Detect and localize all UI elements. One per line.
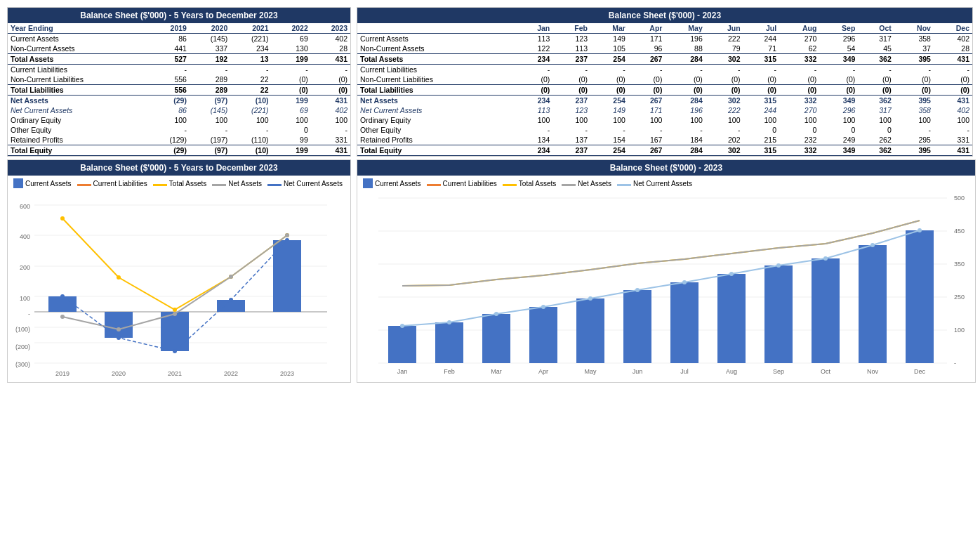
row-value: 99 xyxy=(272,135,311,145)
svg-text:250: 250 xyxy=(954,294,965,301)
right-row-value: 0 xyxy=(819,125,858,135)
right-row-value: - xyxy=(858,65,894,75)
bar-2020 xyxy=(105,312,133,338)
right-row-value: 171 xyxy=(628,105,666,115)
row-label: Total Equity xyxy=(8,145,149,156)
right-row-value: (0) xyxy=(934,85,972,96)
r-nca-line xyxy=(402,230,920,326)
right-row-value: 234 xyxy=(516,145,553,156)
row-value: 556 xyxy=(149,85,190,96)
right-col-header: Feb xyxy=(552,23,590,34)
right-row-value: (0) xyxy=(743,85,779,96)
right-row-value: 88 xyxy=(665,44,705,54)
legend-total-assets-icon xyxy=(153,184,167,186)
row-value: 289 xyxy=(190,74,230,85)
right-row-value: 262 xyxy=(858,135,894,145)
right-col-header: Mar xyxy=(590,23,628,34)
row-label: Current Liabilities xyxy=(8,65,149,75)
x-label-2021: 2021 xyxy=(168,370,182,377)
left-chart-legend: Current Assets Current Liabilities Total… xyxy=(8,176,350,191)
right-row-value: 100 xyxy=(934,115,972,125)
right-row-value: 296 xyxy=(819,105,858,115)
svg-text:(200): (200) xyxy=(15,343,30,350)
col-label: Year Ending xyxy=(8,23,149,34)
row-value: - xyxy=(149,125,190,135)
right-col-header: Jan xyxy=(516,23,553,34)
right-row-value: 267 xyxy=(628,145,666,156)
r-legend-nca-label: Net Current Assets xyxy=(633,180,692,188)
row-value: 69 xyxy=(272,34,311,44)
right-row-value: 79 xyxy=(706,44,743,54)
r-legend-na: Net Assets xyxy=(562,178,611,188)
svg-point-37 xyxy=(776,263,781,268)
row-value: 22 xyxy=(230,74,271,85)
r-bar-jun xyxy=(623,290,651,363)
right-row-label: Current Assets xyxy=(357,34,516,44)
r-bar-dec xyxy=(906,230,934,363)
right-row-value: 358 xyxy=(894,105,934,115)
bottom-row: Balance Sheet ($'000) - 5 Years to Decem… xyxy=(7,159,973,383)
row-value: 556 xyxy=(149,74,190,85)
right-row-value: 237 xyxy=(552,54,590,65)
right-row-value: (0) xyxy=(516,85,553,96)
right-row-value: 395 xyxy=(894,54,934,65)
right-row-value: - xyxy=(894,125,934,135)
legend-net-assets: Net Assets xyxy=(212,178,262,188)
row-value: 192 xyxy=(190,54,230,65)
right-row-label: Ordinary Equity xyxy=(357,115,516,125)
r-legend-na-icon xyxy=(562,184,576,186)
row-value: - xyxy=(272,65,311,75)
legend-current-assets-icon xyxy=(13,178,23,188)
right-row-value: - xyxy=(706,125,743,135)
r-bar-feb xyxy=(435,322,463,363)
row-value: (221) xyxy=(230,34,271,44)
right-row-value: 0 xyxy=(743,125,779,135)
right-row-value: 202 xyxy=(706,135,743,145)
right-row-value: 358 xyxy=(894,34,934,44)
right-row-value: 284 xyxy=(665,96,705,106)
bar-2021 xyxy=(161,312,189,351)
right-row-value: 100 xyxy=(590,115,628,125)
svg-point-36 xyxy=(729,272,734,276)
right-row-label: Total Equity xyxy=(357,145,516,156)
svg-text:500: 500 xyxy=(954,195,965,202)
right-row-value: (0) xyxy=(516,74,553,85)
legend-current-assets: Current Assets xyxy=(13,178,72,188)
right-row-value: 244 xyxy=(743,34,779,44)
row-value: (29) xyxy=(149,145,190,156)
right-row-value: 395 xyxy=(894,145,934,156)
right-row-value: 149 xyxy=(590,34,628,44)
right-row-label: Retained Profits xyxy=(357,135,516,145)
col-2021: 2021 xyxy=(230,23,271,34)
right-row-value: 349 xyxy=(819,96,858,106)
r-legend-ca-label: Current Assets xyxy=(375,180,421,188)
right-row-value: 254 xyxy=(590,54,628,65)
right-row-value: - xyxy=(590,65,628,75)
svg-text:Aug: Aug xyxy=(726,368,737,375)
right-col-label xyxy=(357,23,516,34)
right-row-value: (0) xyxy=(894,85,934,96)
net-assets-point-2022 xyxy=(229,275,233,279)
right-row-value: 100 xyxy=(628,115,666,125)
legend-current-liabilities: Current Liabilities xyxy=(77,178,147,188)
r-bar-mar xyxy=(482,314,510,363)
svg-text:Feb: Feb xyxy=(444,368,455,375)
row-label: Net Assets xyxy=(8,96,149,106)
right-row-label: Other Equity xyxy=(357,125,516,135)
right-row-value: 270 xyxy=(779,105,819,115)
right-row-value: 254 xyxy=(590,145,628,156)
right-row-value: 154 xyxy=(590,135,628,145)
col-2019: 2019 xyxy=(149,23,190,34)
right-row-value: - xyxy=(934,125,972,135)
right-row-value: - xyxy=(628,125,666,135)
main-container: Balance Sheet ($'000) - 5 Years to Decem… xyxy=(0,0,980,390)
legend-net-assets-icon xyxy=(212,184,226,186)
right-row-value: 100 xyxy=(779,115,819,125)
top-row: Balance Sheet ($'000) - 5 Years to Decem… xyxy=(7,7,973,157)
right-col-header: Jun xyxy=(706,23,743,34)
svg-text:Oct: Oct xyxy=(821,368,831,375)
right-row-value: 332 xyxy=(779,96,819,106)
row-label: Other Equity xyxy=(8,125,149,135)
row-label: Net Current Assets xyxy=(8,105,149,115)
right-row-value: - xyxy=(516,125,553,135)
